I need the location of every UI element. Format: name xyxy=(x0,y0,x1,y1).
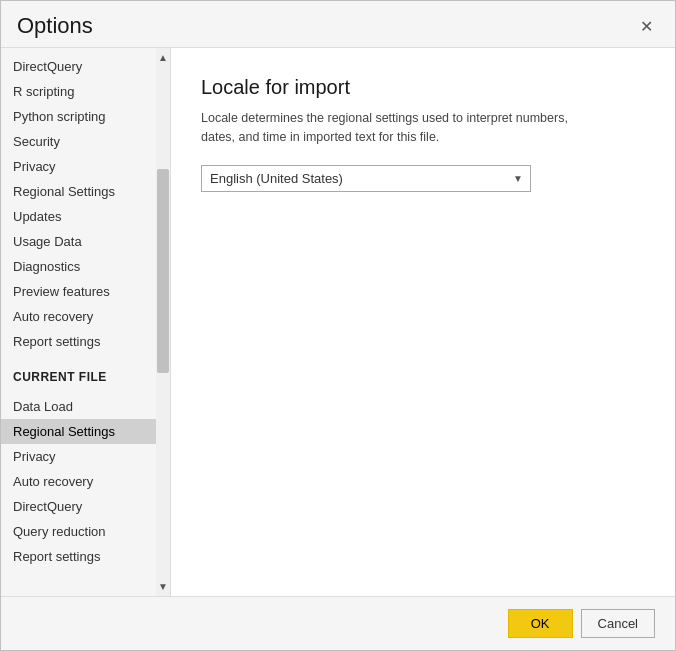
scroll-up-button[interactable]: ▲ xyxy=(156,48,170,67)
sidebar-item-report-settings[interactable]: Report settings xyxy=(1,329,156,354)
sidebar-item-regional-settings[interactable]: Regional Settings xyxy=(1,179,156,204)
sidebar-item-directquery[interactable]: DirectQuery xyxy=(1,54,156,79)
locale-select-wrapper: English (United States)English (United K… xyxy=(201,165,531,192)
dialog-body: DirectQueryR scriptingPython scriptingSe… xyxy=(1,47,675,596)
scroll-thumb xyxy=(157,169,169,373)
title-bar: Options ✕ xyxy=(1,1,675,47)
current-file-item-query-reduction[interactable]: Query reduction xyxy=(1,519,156,544)
locale-select[interactable]: English (United States)English (United K… xyxy=(201,165,531,192)
section-description: Locale determines the regional settings … xyxy=(201,109,601,147)
scroll-track xyxy=(156,67,170,577)
sidebar-item-privacy[interactable]: Privacy xyxy=(1,154,156,179)
cancel-button[interactable]: Cancel xyxy=(581,609,655,638)
options-dialog: Options ✕ DirectQueryR scriptingPython s… xyxy=(0,0,676,651)
sidebar-item-usage-data[interactable]: Usage Data xyxy=(1,229,156,254)
close-button[interactable]: ✕ xyxy=(634,15,659,38)
current-file-item-regional-settings[interactable]: Regional Settings xyxy=(1,419,156,444)
sidebar-item-auto-recovery[interactable]: Auto recovery xyxy=(1,304,156,329)
current-file-item-auto-recovery[interactable]: Auto recovery xyxy=(1,469,156,494)
sidebar-item-python-scripting[interactable]: Python scripting xyxy=(1,104,156,129)
main-content: Locale for import Locale determines the … xyxy=(171,48,675,596)
dialog-footer: OK Cancel xyxy=(1,596,675,650)
current-file-nav-list: Data LoadRegional SettingsPrivacyAuto re… xyxy=(1,388,170,575)
sidebar: DirectQueryR scriptingPython scriptingSe… xyxy=(1,48,171,596)
dialog-title: Options xyxy=(17,13,93,39)
current-file-item-report-settings[interactable]: Report settings xyxy=(1,544,156,569)
current-file-item-directquery[interactable]: DirectQuery xyxy=(1,494,156,519)
sidebar-item-r-scripting[interactable]: R scripting xyxy=(1,79,156,104)
scroll-down-button[interactable]: ▼ xyxy=(156,577,170,596)
current-file-item-privacy[interactable]: Privacy xyxy=(1,444,156,469)
sidebar-item-diagnostics[interactable]: Diagnostics xyxy=(1,254,156,279)
sidebar-scrollbar: ▲ ▼ xyxy=(156,48,170,596)
sidebar-item-security[interactable]: Security xyxy=(1,129,156,154)
section-title: Locale for import xyxy=(201,76,645,99)
global-nav-list: DirectQueryR scriptingPython scriptingSe… xyxy=(1,48,170,360)
ok-button[interactable]: OK xyxy=(508,609,573,638)
sidebar-item-preview-features[interactable]: Preview features xyxy=(1,279,156,304)
current-file-item-data-load[interactable]: Data Load xyxy=(1,394,156,419)
current-file-section-header: CURRENT FILE xyxy=(1,360,170,388)
sidebar-item-updates[interactable]: Updates xyxy=(1,204,156,229)
